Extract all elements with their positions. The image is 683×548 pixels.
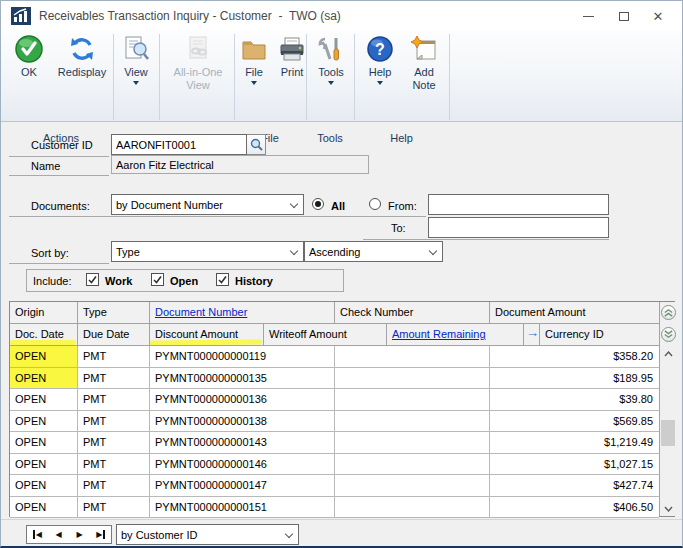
view-button[interactable]: View [114, 34, 158, 85]
chevron-down-icon [290, 200, 298, 208]
ok-button[interactable]: OK [9, 34, 49, 79]
documents-label: Documents: [31, 200, 90, 212]
browse-by-dropdown[interactable]: by Customer ID [116, 524, 299, 545]
scroll-down-button[interactable] [660, 501, 676, 516]
include-open-checkbox[interactable] [151, 273, 164, 286]
first-record-button[interactable]: ◀ [27, 526, 48, 543]
toolbar-separator [354, 34, 355, 120]
include-open-label: Open [170, 275, 198, 287]
last-record-button[interactable]: ▶ [90, 526, 111, 543]
file-button[interactable]: File [236, 34, 272, 85]
sort-direction-dropdown[interactable]: Ascending [304, 241, 443, 262]
cell-document-number: PYMNT000000000147 [150, 475, 335, 497]
close-button[interactable]: ✕ [647, 8, 669, 24]
cell-type: PMT [78, 454, 150, 476]
tools-button[interactable]: Tools [312, 34, 350, 85]
table-row[interactable]: OPEN PMT PYMNT000000000143 $1,219.49 [10, 432, 659, 454]
cell-origin: OPEN [10, 454, 78, 476]
header-writeoff-amount: Writeoff Amount [264, 324, 387, 346]
first-record-icon [33, 530, 35, 539]
documents-from-radio[interactable] [369, 198, 381, 210]
include-history-checkbox[interactable] [216, 273, 229, 286]
cell-document-number: PYMNT000000000138 [150, 411, 335, 433]
cell-document-number: PYMNT000000000119 [150, 346, 335, 368]
cell-check-number [335, 475, 490, 497]
all-in-one-view-label: All-in-One View [164, 66, 232, 92]
table-row[interactable]: OPEN PMT PYMNT000000000146 $1,027.15 [10, 454, 659, 476]
include-history-label: History [235, 275, 273, 287]
help-button[interactable]: ? Help [361, 34, 399, 85]
help-label: Help [369, 66, 392, 79]
transactions-table: Origin Type Document Number Check Number… [9, 301, 675, 517]
table-row[interactable]: OPEN PMT PYMNT000000000147 $427.74 [10, 475, 659, 497]
next-record-button[interactable]: ▶ [69, 526, 90, 543]
double-chevron-down-icon [663, 329, 674, 340]
table-row[interactable]: OPEN PMT PYMNT000000000135 $189.95 [10, 368, 659, 390]
documents-filter-dropdown[interactable]: by Document Number [111, 194, 304, 215]
highlight-mark [150, 339, 262, 345]
cell-type: PMT [78, 389, 150, 411]
file-label: File [245, 66, 263, 79]
cell-document-amount: $569.85 [490, 411, 659, 433]
view-icon [121, 34, 151, 64]
amount-remaining-sort-link[interactable]: Amount Remaining [392, 328, 486, 340]
include-work-checkbox[interactable] [86, 273, 99, 286]
view-dropdown-caret-icon [133, 81, 139, 85]
chevron-down-icon [429, 247, 437, 255]
collapse-all-lines-button[interactable] [661, 305, 676, 320]
documents-from-input[interactable] [428, 194, 609, 215]
add-note-button[interactable]: Add Note [403, 34, 445, 92]
table-scroll-column [659, 302, 675, 516]
table-row[interactable]: OPEN PMT PYMNT000000000119 $358.20 [10, 346, 659, 368]
header-amount-remaining: Amount Remaining [387, 324, 524, 346]
previous-record-button[interactable]: ◀ [48, 526, 69, 543]
document-number-sort-link[interactable]: Document Number [155, 306, 247, 318]
scroll-up-button[interactable] [660, 346, 676, 361]
expand-all-lines-button[interactable] [661, 327, 676, 342]
redisplay-button[interactable]: Redisplay [51, 34, 113, 79]
customer-id-input[interactable] [111, 134, 247, 155]
header-check-number: Check Number [335, 302, 490, 324]
print-button[interactable]: Print [273, 34, 311, 79]
scrollbar-thumb[interactable] [661, 420, 675, 446]
cell-origin: OPEN [10, 432, 78, 454]
header-doc-date: Doc. Date [10, 324, 78, 346]
help-dropdown-caret-icon [377, 81, 383, 85]
include-label: Include: [33, 275, 72, 287]
add-note-icon [409, 34, 439, 64]
minimize-button[interactable] [577, 8, 599, 24]
tools-icon [316, 34, 346, 64]
line-expand-arrow-icon: → [526, 325, 539, 340]
ok-icon [14, 34, 44, 64]
field-divider [363, 239, 609, 240]
table-header-row-2: Doc. Date Due Date Discount Amount Write… [10, 324, 659, 346]
documents-all-label: All [331, 200, 345, 212]
field-divider [9, 156, 109, 157]
close-icon: ✕ [653, 9, 664, 24]
field-divider [9, 216, 426, 217]
cell-origin: OPEN [10, 389, 78, 411]
sort-field-dropdown[interactable]: Type [111, 241, 304, 262]
name-label: Name [31, 160, 60, 172]
tools-dropdown-caret-icon [328, 81, 334, 85]
cell-document-number: PYMNT000000000143 [150, 432, 335, 454]
toolbar: OK Redisplay [1, 30, 682, 122]
sort-by-label: Sort by: [31, 247, 69, 259]
documents-all-radio[interactable] [312, 198, 324, 210]
toolbar-separator [449, 34, 450, 120]
table-row[interactable]: OPEN PMT PYMNT000000000151 $406.50 [10, 497, 659, 519]
file-icon [239, 34, 269, 64]
customer-id-lookup-button[interactable] [247, 134, 266, 155]
cell-check-number [335, 346, 490, 368]
cell-document-number: PYMNT000000000135 [150, 368, 335, 390]
cell-type: PMT [78, 475, 150, 497]
maximize-button[interactable] [613, 8, 635, 24]
cell-document-number: PYMNT000000000151 [150, 497, 335, 519]
window-title: Receivables Transaction Inquiry - Custom… [39, 9, 341, 23]
table-row[interactable]: OPEN PMT PYMNT000000000136 $39.80 [10, 389, 659, 411]
table-row[interactable]: OPEN PMT PYMNT000000000138 $569.85 [10, 411, 659, 433]
header-origin: Origin [10, 302, 78, 324]
documents-to-input[interactable] [428, 217, 609, 238]
cell-check-number [335, 497, 490, 519]
svg-text:?: ? [375, 41, 385, 58]
